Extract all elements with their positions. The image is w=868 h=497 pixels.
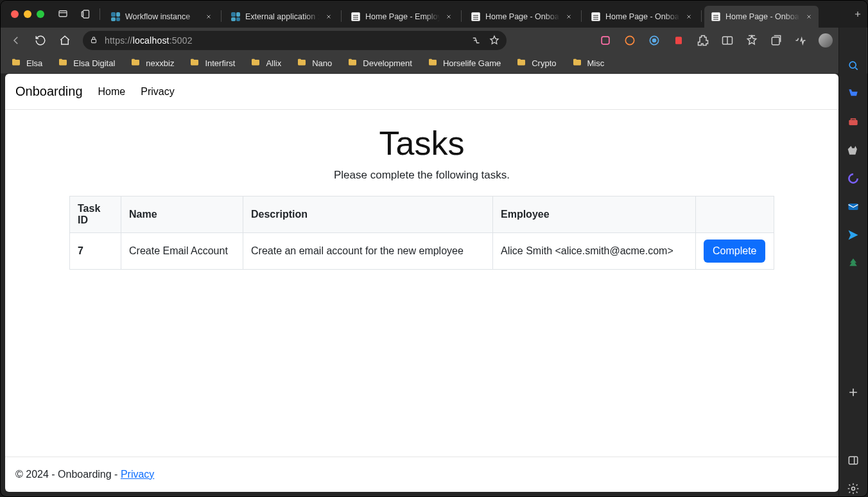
folder-icon <box>516 57 526 69</box>
sidebar-outlook-icon[interactable] <box>846 200 860 214</box>
browser-tab[interactable]: Workflow instance <box>104 6 218 28</box>
edge-sidebar <box>838 28 867 496</box>
bookmark-folder[interactable]: Nano <box>297 57 332 69</box>
svg-rect-15 <box>849 120 857 125</box>
svg-rect-2 <box>82 12 83 17</box>
sidebar-settings-icon[interactable] <box>846 482 860 496</box>
table-row: 7 Create Email Account Create an email a… <box>70 233 774 270</box>
folder-icon <box>189 57 200 69</box>
sidebar-drop-icon[interactable] <box>846 228 860 242</box>
title-bar: Workflow instanceExternal application :H… <box>1 1 867 28</box>
url-text: https://localhost:5002 <box>105 35 193 46</box>
folder-icon <box>11 57 21 69</box>
col-header-employee: Employee <box>493 196 696 233</box>
svg-rect-1 <box>83 10 89 18</box>
ext-icon-4[interactable] <box>672 34 685 47</box>
tab-actions-icon[interactable] <box>76 4 96 24</box>
tab-separator <box>341 10 342 22</box>
back-button[interactable] <box>7 31 25 49</box>
close-icon[interactable] <box>564 12 573 21</box>
bookmark-label: Allix <box>266 58 281 68</box>
tab-title: Home Page - Onboar <box>725 12 800 21</box>
bookmark-folder[interactable]: Elsa <box>11 57 42 69</box>
bookmark-folder[interactable]: Crypto <box>516 57 556 69</box>
bookmark-label: Elsa <box>26 58 42 68</box>
page-subtitle: Please complete the following tasks. <box>334 169 510 182</box>
star-icon[interactable] <box>489 35 500 46</box>
cell-taskid: 7 <box>70 233 121 270</box>
tab-separator <box>221 10 221 22</box>
home-button[interactable] <box>56 31 74 49</box>
app-brand[interactable]: Onboarding <box>15 84 83 99</box>
split-screen-icon[interactable] <box>721 34 734 47</box>
sidebar-tools-icon[interactable] <box>846 115 860 129</box>
cell-description: Create an email account for the new empl… <box>243 233 493 270</box>
close-icon[interactable] <box>684 12 693 21</box>
sidebar-office-icon[interactable] <box>846 171 860 186</box>
sidebar-games-icon[interactable] <box>846 143 860 157</box>
page-viewport: Onboarding Home Privacy Tasks Please com… <box>5 74 838 492</box>
svg-point-14 <box>849 62 856 68</box>
bookmark-folder[interactable]: Development <box>347 57 412 69</box>
browser-tab[interactable]: Home Page - Employ <box>344 6 458 28</box>
sidebar-tree-icon[interactable] <box>846 256 860 270</box>
favicon-doc-icon <box>471 12 481 22</box>
bookmark-label: Misc <box>587 58 605 68</box>
read-aloud-icon[interactable] <box>471 35 482 46</box>
ext-icon-3[interactable] <box>648 34 661 47</box>
close-icon[interactable] <box>444 12 453 21</box>
close-icon[interactable] <box>804 12 813 21</box>
ext-icon-2[interactable] <box>623 34 636 47</box>
browser-tab[interactable]: Home Page - Onboar <box>704 6 819 28</box>
folder-icon <box>572 57 582 69</box>
profile-avatar[interactable] <box>819 33 833 48</box>
bookmark-folder[interactable]: Horselife Game <box>428 57 501 69</box>
nav-link-home[interactable]: Home <box>98 86 126 98</box>
svg-rect-16 <box>848 204 858 210</box>
extensions-icon[interactable] <box>697 34 709 47</box>
address-bar[interactable]: https://localhost:5002 <box>83 31 507 50</box>
sidebar-hide-icon[interactable] <box>846 453 860 467</box>
nav-link-privacy[interactable]: Privacy <box>141 86 174 98</box>
bookmark-label: Elsa Digital <box>73 58 115 68</box>
tab-title: Home Page - Onboar <box>485 12 560 21</box>
sidebar-search-icon[interactable] <box>846 58 860 73</box>
toolbar-extensions <box>599 33 861 48</box>
footer-text: © 2024 - Onboarding - <box>15 469 121 480</box>
footer-privacy-link[interactable]: Privacy <box>121 469 154 480</box>
performance-icon[interactable] <box>794 34 807 47</box>
bookmark-folder[interactable]: Elsa Digital <box>58 57 115 69</box>
bookmark-label: Horselife Game <box>443 58 501 68</box>
bookmark-folder[interactable]: nexxbiz <box>130 57 174 69</box>
lock-icon <box>89 35 98 46</box>
browser-tab[interactable]: Home Page - Onboar <box>464 6 578 28</box>
page-footer: © 2024 - Onboarding - Privacy <box>5 457 838 492</box>
collections-icon[interactable] <box>770 34 783 47</box>
page-content: Tasks Please complete the following task… <box>5 110 838 457</box>
page-title: Tasks <box>379 124 465 162</box>
complete-button[interactable]: Complete <box>704 240 765 263</box>
close-icon[interactable] <box>324 12 333 21</box>
col-header-taskid: Task ID <box>70 196 121 233</box>
ext-icon-1[interactable] <box>599 34 612 47</box>
window-close-button[interactable] <box>11 10 19 18</box>
bookmark-folder[interactable]: Misc <box>572 57 605 69</box>
browser-tab[interactable]: Home Page - Onboa <box>584 6 699 28</box>
bookmarks-bar: ElsaElsa DigitalnexxbizInterfirstAllixNa… <box>1 53 867 74</box>
sidebar-shopping-icon[interactable] <box>846 87 860 101</box>
favorites-icon[interactable] <box>745 34 758 47</box>
refresh-button[interactable] <box>31 31 49 49</box>
folder-icon <box>250 57 261 69</box>
bookmark-folder[interactable]: Allix <box>250 57 281 69</box>
close-icon[interactable] <box>204 12 213 21</box>
cell-employee: Alice Smith <alice.smith@acme.com> <box>493 233 696 270</box>
window-minimize-button[interactable] <box>24 10 31 18</box>
sidebar-plus-icon[interactable] <box>846 385 860 399</box>
bookmark-folder[interactable]: Interfirst <box>189 57 235 69</box>
tab-separator <box>701 10 702 22</box>
bookmark-label: Interfirst <box>205 58 235 68</box>
new-tab-button[interactable] <box>848 10 867 19</box>
browser-tab[interactable]: External application : <box>224 6 338 28</box>
workspaces-icon[interactable] <box>53 4 73 24</box>
window-zoom-button[interactable] <box>37 10 44 18</box>
